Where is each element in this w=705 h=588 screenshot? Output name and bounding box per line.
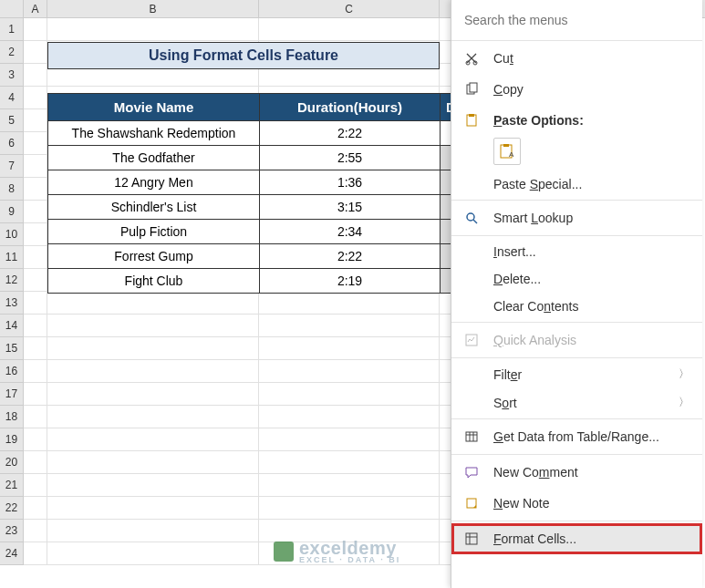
cell[interactable]: [24, 474, 47, 497]
cell[interactable]: [259, 315, 440, 337]
cell-movie-name[interactable]: Fight Club: [48, 269, 260, 293]
cell[interactable]: [47, 337, 259, 360]
select-all-corner[interactable]: [0, 0, 24, 17]
cell[interactable]: [24, 360, 47, 383]
cell[interactable]: [24, 178, 47, 201]
row-header[interactable]: 12: [0, 269, 24, 292]
menu-get-data[interactable]: Get Data from Table/Range...: [451, 421, 702, 452]
cell[interactable]: [259, 18, 440, 41]
cell[interactable]: [24, 246, 47, 269]
cell[interactable]: [24, 41, 47, 64]
menu-format-cells[interactable]: Format Cells...: [451, 523, 702, 554]
cell-duration[interactable]: 2:19: [260, 269, 441, 293]
cell-duration[interactable]: 1:36: [260, 170, 441, 194]
row-header[interactable]: 8: [0, 178, 24, 201]
cell[interactable]: [47, 315, 259, 337]
cell[interactable]: [24, 109, 47, 132]
cell[interactable]: [24, 451, 47, 474]
cell[interactable]: [259, 451, 440, 474]
cell[interactable]: [259, 474, 440, 497]
cell-movie-name[interactable]: Schindler's List: [48, 195, 260, 219]
menu-copy[interactable]: Copy: [451, 74, 702, 105]
cell[interactable]: [259, 497, 440, 520]
row-header[interactable]: 2: [0, 41, 24, 64]
cell[interactable]: [24, 406, 47, 428]
menu-new-note[interactable]: New Note: [451, 488, 702, 519]
row-header[interactable]: 21: [0, 474, 24, 497]
row-header[interactable]: 23: [0, 520, 24, 542]
cell[interactable]: [24, 497, 47, 520]
row-header[interactable]: 6: [0, 132, 24, 155]
row-header[interactable]: 15: [0, 337, 24, 360]
cell[interactable]: [47, 18, 259, 41]
col-header-a[interactable]: A: [24, 0, 47, 17]
cell[interactable]: [47, 474, 259, 497]
cell-duration[interactable]: 3:15: [260, 195, 441, 219]
cell-duration[interactable]: 2:55: [260, 146, 441, 170]
row-header[interactable]: 20: [0, 451, 24, 474]
row-header[interactable]: 22: [0, 497, 24, 520]
menu-search[interactable]: [461, 7, 693, 33]
cell[interactable]: [24, 383, 47, 406]
cell-movie-name[interactable]: The Shawshank Redemption: [48, 121, 260, 145]
row-header[interactable]: 4: [0, 87, 24, 109]
cell[interactable]: [259, 360, 440, 383]
row-header[interactable]: 16: [0, 360, 24, 383]
menu-insert[interactable]: Insert...: [451, 238, 702, 265]
cell-duration[interactable]: 2:34: [260, 220, 441, 243]
row-header[interactable]: 17: [0, 383, 24, 406]
cell-movie-name[interactable]: 12 Angry Men: [48, 170, 260, 194]
row-header[interactable]: 3: [0, 64, 24, 87]
row-header[interactable]: 1: [0, 18, 24, 41]
row-header[interactable]: 10: [0, 223, 24, 246]
cell[interactable]: [47, 520, 259, 542]
cell[interactable]: [24, 428, 47, 451]
cell-movie-name[interactable]: Forrest Gump: [48, 244, 260, 268]
paste-option-default[interactable]: A: [493, 138, 521, 165]
cell[interactable]: [259, 292, 440, 315]
cell[interactable]: [47, 542, 259, 565]
cell[interactable]: [24, 292, 47, 315]
cell[interactable]: [24, 223, 47, 246]
menu-smart-lookup[interactable]: Smart Lookup: [451, 202, 702, 233]
menu-search-input[interactable]: [461, 7, 693, 33]
cell[interactable]: [24, 64, 47, 87]
cell[interactable]: [24, 132, 47, 155]
row-header[interactable]: 11: [0, 246, 24, 269]
cell-duration[interactable]: 2:22: [260, 121, 441, 145]
cell[interactable]: [24, 542, 47, 565]
cell[interactable]: [24, 337, 47, 360]
row-header[interactable]: 14: [0, 315, 24, 337]
row-header[interactable]: 7: [0, 155, 24, 178]
menu-sort[interactable]: Sort 〉: [451, 388, 702, 417]
cell[interactable]: [259, 428, 440, 451]
menu-delete[interactable]: Delete...: [451, 265, 702, 293]
cell[interactable]: [47, 451, 259, 474]
row-header[interactable]: 24: [0, 542, 24, 565]
menu-cut[interactable]: Cut: [451, 43, 702, 74]
cell-movie-name[interactable]: Pulp Fiction: [48, 220, 260, 243]
cell[interactable]: [259, 383, 440, 406]
row-header[interactable]: 19: [0, 428, 24, 451]
cell[interactable]: [24, 155, 47, 178]
row-header[interactable]: 5: [0, 109, 24, 132]
cell[interactable]: [47, 406, 259, 428]
cell[interactable]: [24, 87, 47, 109]
cell[interactable]: [24, 315, 47, 337]
cell[interactable]: [24, 201, 47, 223]
cell[interactable]: [47, 292, 259, 315]
col-header-b[interactable]: B: [47, 0, 259, 17]
cell[interactable]: [47, 360, 259, 383]
cell-movie-name[interactable]: The Godfather: [48, 146, 260, 170]
cell[interactable]: [47, 383, 259, 406]
cell[interactable]: [259, 337, 440, 360]
row-header[interactable]: 13: [0, 292, 24, 315]
menu-clear-contents[interactable]: Clear Contents: [451, 293, 702, 320]
row-header[interactable]: 9: [0, 201, 24, 223]
row-header[interactable]: 18: [0, 406, 24, 428]
cell[interactable]: [24, 269, 47, 292]
col-header-c[interactable]: C: [259, 0, 440, 17]
cell[interactable]: [24, 520, 47, 542]
cell[interactable]: [24, 18, 47, 41]
cell-duration[interactable]: 2:22: [260, 244, 441, 268]
